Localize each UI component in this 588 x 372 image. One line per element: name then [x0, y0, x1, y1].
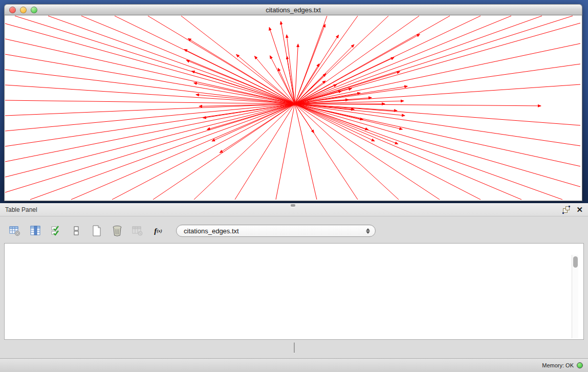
table-scrollbar-thumb[interactable]	[573, 256, 578, 268]
function-builder-icon[interactable]: f(x)	[151, 224, 165, 237]
dropdown-stepper-icon	[366, 228, 370, 234]
table-toolbar: f(x) citations_edges.txt	[8, 222, 584, 240]
network-window-title: citations_edges.txt	[5, 6, 582, 14]
table-scrollbar[interactable]	[572, 255, 578, 338]
close-icon[interactable]: ✕	[576, 206, 583, 213]
table-panel: Table Panel ✕	[0, 203, 588, 358]
status-bar: Memory: OK	[0, 358, 588, 372]
memory-ok-icon	[577, 362, 583, 368]
select-rows-icon[interactable]	[49, 224, 62, 237]
table-selector-dropdown[interactable]: citations_edges.txt	[176, 225, 376, 237]
show-column-icon[interactable]	[29, 224, 42, 237]
node-table-container	[4, 243, 584, 340]
table-tabs	[294, 342, 295, 353]
splitter-handle[interactable]	[291, 204, 295, 207]
row-height-icon[interactable]	[70, 224, 83, 237]
network-window-titlebar[interactable]: citations_edges.txt	[4, 4, 582, 15]
memory-status-label: Memory: OK	[542, 362, 574, 368]
delete-table-icon	[131, 224, 144, 237]
table-selector-value: citations_edges.txt	[184, 227, 366, 235]
table-mode-icon[interactable]	[8, 224, 21, 237]
float-window-icon[interactable]	[563, 206, 570, 213]
new-column-icon[interactable]	[90, 224, 103, 237]
network-desktop: citations_edges.txt	[0, 0, 588, 203]
network-view-window[interactable]: citations_edges.txt	[4, 4, 582, 201]
delete-column-icon[interactable]	[111, 224, 124, 237]
network-canvas[interactable]	[4, 15, 582, 201]
citation-network-graph[interactable]	[5, 15, 582, 200]
table-panel-title: Table Panel	[5, 206, 37, 213]
